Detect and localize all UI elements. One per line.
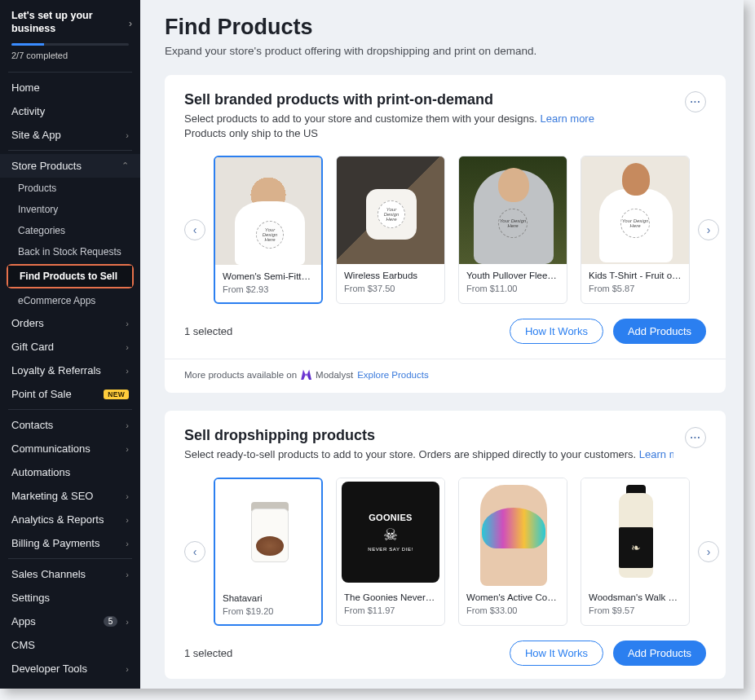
page-title: Find Products bbox=[165, 15, 726, 40]
nav-store-products[interactable]: Store Products⌃ bbox=[0, 154, 140, 178]
nav-marketing[interactable]: Marketing & SEO› bbox=[0, 484, 140, 508]
selected-count: 1 selected bbox=[184, 325, 232, 337]
chevron-right-icon: › bbox=[126, 420, 129, 430]
carousel-next-button[interactable]: › bbox=[698, 541, 719, 562]
nav-gift-card[interactable]: Gift Card› bbox=[0, 335, 140, 359]
product-price: From $19.20 bbox=[223, 606, 314, 616]
setup-title: Let's set up your business bbox=[11, 10, 109, 35]
progress-text: 2/7 completed bbox=[11, 51, 129, 60]
nav-point-of-sale[interactable]: Point of SaleNEW bbox=[0, 382, 140, 406]
chevron-right-icon: › bbox=[126, 664, 129, 674]
how-it-works-button[interactable]: How It Works bbox=[510, 319, 603, 344]
progress-bar-fill bbox=[11, 43, 44, 46]
product-image: GOONIES☠NEVER SAY DIE! bbox=[337, 478, 444, 586]
nav-sales-channels[interactable]: Sales Channels› bbox=[0, 562, 140, 586]
sidebar: Let's set up your business › 2/7 complet… bbox=[0, 0, 140, 689]
divider bbox=[8, 558, 132, 559]
nav-analytics[interactable]: Analytics & Reports› bbox=[0, 508, 140, 531]
ds-learn-more-link[interactable]: Learn mo bbox=[639, 448, 673, 460]
add-products-button[interactable]: Add Products bbox=[613, 319, 706, 344]
product-image: Your Design Here bbox=[215, 157, 321, 265]
chevron-right-icon: › bbox=[126, 539, 129, 548]
pod-card: Sell branded products with print-on-dema… bbox=[165, 75, 726, 393]
nav-activity[interactable]: Activity bbox=[0, 99, 140, 123]
nav-contacts[interactable]: Contacts› bbox=[0, 413, 140, 437]
ds-title: Sell dropshipping products bbox=[184, 427, 673, 444]
chevron-right-icon: › bbox=[129, 18, 132, 29]
product-image: ❧ bbox=[581, 478, 689, 586]
nav-automations[interactable]: Automations bbox=[0, 460, 140, 484]
carousel-prev-button[interactable]: ‹ bbox=[184, 541, 205, 562]
nav-site-app[interactable]: Site & App› bbox=[0, 123, 140, 147]
chevron-right-icon: › bbox=[126, 319, 129, 328]
product-card[interactable]: Your Design Here Youth Pullover Fleece …… bbox=[458, 156, 567, 304]
product-card[interactable]: ✓ Your Design Here Women's Semi-Fitted …… bbox=[214, 156, 323, 304]
nav-loyalty[interactable]: Loyalty & Referrals› bbox=[0, 359, 140, 382]
chevron-right-icon: › bbox=[126, 130, 129, 140]
pod-learn-more-link[interactable]: Learn more bbox=[540, 112, 594, 125]
chevron-right-icon: › bbox=[126, 491, 129, 501]
progress-bar-track bbox=[11, 43, 129, 46]
chevron-right-icon: › bbox=[126, 342, 129, 352]
page-subtitle: Expand your store's product offering wit… bbox=[165, 45, 726, 57]
how-it-works-button[interactable]: How It Works bbox=[510, 641, 603, 666]
product-name: Youth Pullover Fleece … bbox=[466, 271, 559, 280]
sub-ecommerce-apps[interactable]: eCommerce Apps bbox=[0, 290, 140, 311]
nav-cms[interactable]: CMS bbox=[0, 633, 140, 657]
main-content: Find Products Expand your store's produc… bbox=[140, 0, 744, 689]
carousel-next-button[interactable]: › bbox=[698, 219, 719, 240]
product-price: From $11.00 bbox=[466, 284, 559, 293]
pod-title: Sell branded products with print-on-dema… bbox=[184, 91, 594, 108]
chevron-right-icon: › bbox=[126, 444, 129, 454]
sub-inventory[interactable]: Inventory bbox=[0, 199, 140, 220]
nav-developer-tools[interactable]: Developer Tools› bbox=[0, 657, 140, 680]
product-card[interactable]: Your Design Here Kids T-Shirt - Fruit of… bbox=[581, 156, 690, 304]
product-name: Women's Active Comf… bbox=[466, 592, 559, 602]
apps-count-badge: 5 bbox=[104, 616, 118, 627]
sub-products[interactable]: Products bbox=[0, 178, 140, 199]
nav-settings[interactable]: Settings bbox=[0, 586, 140, 610]
product-price: From $2.93 bbox=[223, 284, 314, 294]
product-image: Your Design Here bbox=[337, 156, 444, 264]
product-price: From $37.50 bbox=[344, 284, 437, 293]
more-products-row: More products available on Modalyst Expl… bbox=[184, 359, 706, 380]
setup-block[interactable]: Let's set up your business › 2/7 complet… bbox=[0, 5, 140, 68]
product-name: Woodsman's Walk Bea… bbox=[589, 592, 682, 602]
explore-products-link[interactable]: Explore Products bbox=[357, 370, 429, 380]
nav-billing[interactable]: Billing & Payments› bbox=[0, 531, 140, 555]
product-name: Women's Semi-Fitted … bbox=[223, 271, 314, 281]
nav-orders[interactable]: Orders› bbox=[0, 311, 140, 335]
nav-apps[interactable]: Apps5› bbox=[0, 610, 140, 633]
sub-back-in-stock[interactable]: Back in Stock Requests bbox=[0, 241, 140, 262]
chevron-right-icon: › bbox=[126, 617, 129, 627]
add-products-button[interactable]: Add Products bbox=[613, 641, 706, 666]
product-card[interactable]: GOONIES☠NEVER SAY DIE! The Goonies Never… bbox=[336, 478, 445, 626]
product-name: The Goonies Never Sa… bbox=[344, 592, 437, 602]
carousel-prev-button[interactable]: ‹ bbox=[184, 219, 205, 240]
divider bbox=[8, 409, 132, 410]
product-card[interactable]: ✓ Shatavari From $19.20 bbox=[214, 478, 323, 626]
ds-desc: Select ready-to-sell products to add to … bbox=[184, 447, 673, 462]
product-card[interactable]: Women's Active Comf… From $33.00 bbox=[458, 478, 567, 626]
ds-carousel: ‹ ✓ Shatavari From $19.20 bbox=[184, 478, 706, 626]
divider bbox=[8, 150, 132, 151]
product-name: Shatavari bbox=[223, 593, 314, 603]
product-card[interactable]: ❧ Woodsman's Walk Bea… From $9.57 bbox=[581, 478, 690, 626]
active-sub-highlight: Find Products to Sell bbox=[7, 264, 134, 288]
more-icon[interactable]: ··· bbox=[685, 427, 706, 448]
product-image bbox=[215, 479, 321, 587]
sub-find-products[interactable]: Find Products to Sell bbox=[8, 266, 132, 287]
chevron-up-icon: ⌃ bbox=[121, 161, 129, 171]
nav-communications[interactable]: Communications› bbox=[0, 437, 140, 460]
product-card[interactable]: Your Design Here Wireless Earbuds From $… bbox=[336, 156, 445, 304]
modalyst-icon bbox=[301, 369, 311, 380]
nav-home[interactable]: Home bbox=[0, 76, 140, 99]
product-image: Your Design Here bbox=[459, 156, 567, 264]
selected-count: 1 selected bbox=[184, 647, 232, 659]
chevron-right-icon: › bbox=[126, 515, 129, 525]
pod-desc: Select products to add to your store and… bbox=[184, 112, 594, 141]
sub-categories[interactable]: Categories bbox=[0, 220, 140, 241]
pod-carousel: ‹ ✓ Your Design Here Women's Semi-Fitted… bbox=[184, 156, 706, 304]
product-name: Kids T-Shirt - Fruit of t… bbox=[589, 271, 682, 280]
more-icon[interactable]: ··· bbox=[685, 91, 706, 112]
